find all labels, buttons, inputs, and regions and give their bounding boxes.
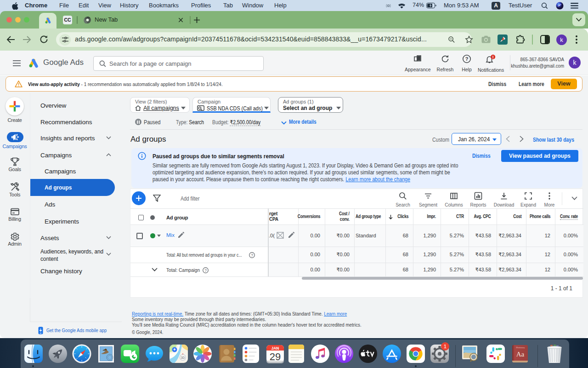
svg-text:3D: 3D	[181, 356, 185, 359]
svg-text:Aa: Aa	[516, 351, 525, 358]
svg-text:Dictionary: Dictionary	[516, 346, 525, 349]
svg-text:?: ?	[465, 56, 469, 62]
svg-text:!: !	[492, 55, 494, 59]
svg-text:?: ?	[251, 253, 253, 258]
svg-text:JAN: JAN	[271, 346, 279, 351]
svg-text:?: ?	[204, 268, 207, 273]
